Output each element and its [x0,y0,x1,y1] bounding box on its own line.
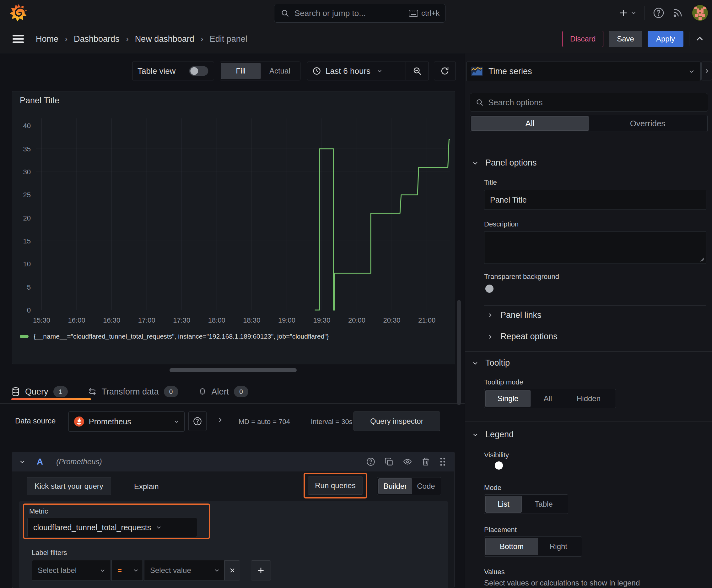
operator-dropdown[interactable]: = [111,560,143,581]
builder-option[interactable]: Builder [378,478,412,494]
save-button[interactable]: Save [609,31,642,47]
tooltip-title: Tooltip [486,358,510,368]
query-row-header[interactable]: A (Prometheus) [12,452,454,471]
svg-text:17:30: 17:30 [173,316,190,324]
new-button[interactable] [619,8,637,18]
refresh-button[interactable] [434,62,456,80]
chevron-down-icon [377,68,382,74]
description-label: Description [484,220,519,228]
chart-legend: {__name__="cloudflared_tunnel_total_requ… [20,333,329,340]
breadcrumb-home[interactable]: Home [36,34,58,44]
legend-placement-segmented: Bottom Right [484,537,582,556]
apply-button[interactable]: Apply [648,31,684,47]
legend-placement-right[interactable]: Right [538,538,579,555]
collapse-chevron-icon[interactable] [19,459,25,465]
breadcrumb: Home › Dashboards › New dashboard › Edit… [36,26,247,52]
panel-title-input[interactable]: Panel Title [484,190,706,210]
tab-overrides[interactable]: Overrides [589,116,706,131]
legend-swatch[interactable] [20,335,28,338]
tooltip-mode-all[interactable]: All [531,390,565,407]
legend-placement-bottom[interactable]: Bottom [486,538,538,555]
breadcrumb-dashboards[interactable]: Dashboards [74,34,120,44]
global-search[interactable]: Search or jump to... ctrl+k [274,4,446,23]
datasource-name: Prometheus [89,417,131,426]
legend-mode-table[interactable]: Table [522,496,566,512]
tooltip-header[interactable]: Tooltip [472,358,510,368]
tooltip-mode-single[interactable]: Single [486,390,531,407]
remove-filter-button[interactable] [224,560,240,581]
select-value-dropdown[interactable]: Select value [144,560,224,581]
label-filter-row: Select label = Select value [32,560,271,581]
resize-handle-icon [700,257,704,261]
eye-icon[interactable] [403,458,412,466]
datasource-picker[interactable]: Prometheus [68,412,185,432]
repeat-options-header[interactable]: Repeat options [487,332,558,341]
grafana-logo[interactable] [9,3,28,22]
keyboard-icon [409,10,418,17]
legend-mode-list[interactable]: List [486,496,522,512]
tab-transform-data[interactable]: Transform data 0 [88,386,178,397]
trash-icon[interactable] [422,457,430,466]
discard-button[interactable]: Discard [562,31,603,47]
tab-alert-count: 0 [234,386,248,397]
topnav-divider [645,6,645,20]
visualization-picker[interactable]: Time series [466,62,701,81]
legend-series-name[interactable]: {__name__="cloudflared_tunnel_total_requ… [34,333,329,340]
select-label-dropdown[interactable]: Select label [32,560,110,581]
tab-all[interactable]: All [471,116,589,131]
help-icon[interactable] [366,457,375,466]
scrollbar-thumb[interactable] [457,300,461,405]
visualization-label: Time series [489,67,532,76]
svg-text:20:30: 20:30 [383,316,401,324]
zoom-out-icon[interactable] [406,62,429,80]
code-option[interactable]: Code [412,478,440,494]
news-icon[interactable] [672,7,683,18]
metric-select[interactable]: cloudflared_tunnel_total_requests [27,518,197,537]
fill-option[interactable]: Fill [221,63,261,79]
legend-visibility-label: Visibility [484,451,509,459]
svg-text:21:00: 21:00 [418,316,435,324]
legend-title: Legend [486,430,514,439]
run-queries-button[interactable]: Run queries [308,477,363,495]
panel-links-header[interactable]: Panel links [487,310,542,320]
operator-value: = [117,566,122,575]
help-icon [193,417,202,426]
time-series-chart[interactable]: 051015202530354015:3016:0016:3017:0017:3… [12,109,455,329]
duplicate-icon[interactable] [385,457,393,466]
title-label: Title [484,178,497,187]
search-options-input[interactable]: Search options [470,93,708,112]
timeseries-icon [471,67,483,76]
bell-icon [198,387,207,396]
chevron-right-icon [487,313,493,318]
panel-title: Panel Title [20,96,59,106]
breadcrumb-new-dashboard[interactable]: New dashboard [135,34,194,44]
legend-header[interactable]: Legend [472,430,514,439]
panel-resize-handle[interactable] [170,368,297,372]
menu-icon[interactable] [12,34,24,44]
chevron-down-icon [631,10,637,16]
table-view-toggle[interactable] [189,66,209,76]
time-range-picker[interactable]: Last 6 hours [307,66,406,76]
datasource-help-button[interactable] [188,412,207,431]
tooltip-mode-hidden[interactable]: Hidden [565,390,612,407]
tab-query[interactable]: Query 1 [11,386,68,397]
actual-option[interactable]: Actual [261,63,300,79]
query-inspector-button[interactable]: Query inspector [353,412,440,431]
kick-start-query-button[interactable]: Kick start your query [27,477,111,495]
refresh-icon [440,66,450,76]
tab-alert[interactable]: Alert 0 [198,386,249,397]
collapse-pane-button[interactable] [701,62,712,80]
drag-handle-icon[interactable] [439,457,446,466]
svg-text:16:00: 16:00 [68,316,85,324]
chevron-up-icon[interactable] [695,34,705,44]
svg-text:10: 10 [23,260,31,268]
chart-panel: Panel Title 051015202530354015:3016:0016… [12,91,455,364]
tab-query-count: 1 [53,386,68,397]
description-textarea[interactable] [484,231,706,264]
avatar[interactable] [691,4,709,22]
query-options-chevron-icon[interactable] [217,417,223,423]
add-filter-button[interactable] [251,560,271,581]
panel-options-header[interactable]: Panel options [472,158,537,168]
datasource-label: Data source [15,417,56,425]
help-icon[interactable] [653,7,664,19]
